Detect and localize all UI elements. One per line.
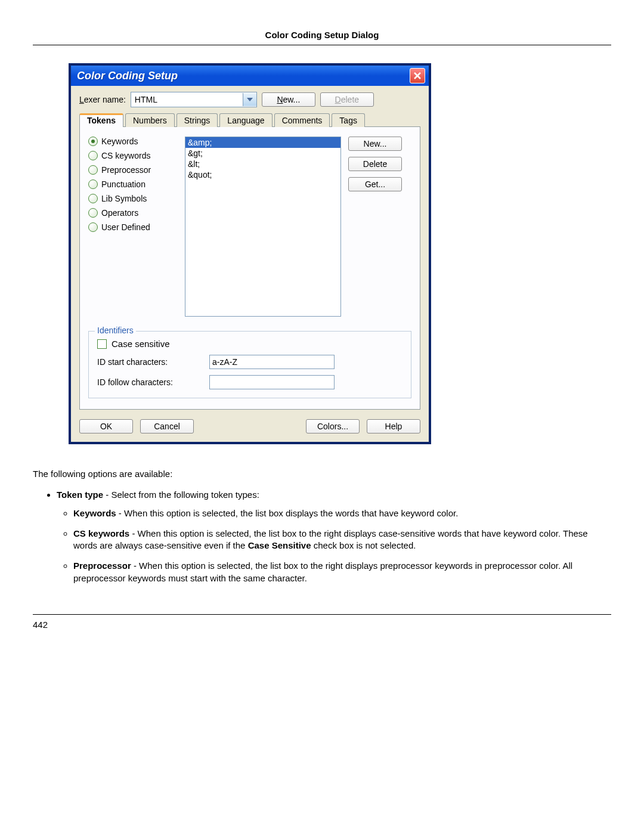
colors-button[interactable]: Colors... (306, 419, 360, 433)
cskw-bold: CS keywords (73, 528, 129, 538)
case-sensitive-row[interactable]: Case sensitive (97, 339, 402, 349)
token-type-text: - Select from the following token types: (103, 490, 259, 500)
cskw-bold-2: Case Sensitive (248, 540, 311, 550)
tab-panel-tokens: Keywords CS keywords Preprocessor P (79, 126, 420, 410)
lexer-combo-value: HTML (131, 95, 243, 104)
titlebar-text: Color Coding Setup (77, 70, 178, 82)
radio-icon (88, 137, 98, 146)
kw-bold: Keywords (73, 508, 116, 518)
tab-comments[interactable]: Comments (274, 113, 330, 127)
list-item[interactable]: &quot; (185, 169, 340, 180)
lexer-delete-button: Delete (320, 92, 374, 107)
cskw-text-2: check box is not selected. (311, 540, 416, 550)
id-follow-input[interactable] (209, 375, 335, 389)
kw-text: - When this option is selected, the list… (116, 508, 459, 518)
dialog-window: Color Coding Setup Lexer name: HTML New.… (69, 63, 431, 444)
page-number: 442 (33, 614, 611, 630)
radio-icon (88, 208, 98, 218)
bottom-buttons: OK Cancel Colors... Help (79, 419, 420, 433)
list-item[interactable]: &lt; (185, 159, 340, 169)
doc-cs-keywords: CS keywords - When this option is select… (73, 528, 611, 552)
close-button[interactable] (410, 68, 425, 83)
doc-keywords: Keywords - When this option is selected,… (73, 507, 611, 519)
tabs: Tokens Numbers Strings Language Comments… (79, 113, 420, 127)
doc-text: The following options are available: Tok… (33, 468, 611, 584)
tab-numbers[interactable]: Numbers (125, 113, 175, 127)
close-icon (413, 72, 422, 80)
token-listbox[interactable]: &amp; &gt; &lt; &quot; (185, 137, 341, 317)
id-start-label: ID start characters: (97, 357, 205, 367)
radio-keywords[interactable]: Keywords (88, 137, 178, 146)
radio-label: Keywords (101, 137, 138, 146)
token-type-bold: Token type (57, 490, 103, 500)
tab-tokens[interactable]: Tokens (79, 113, 123, 127)
radio-punctuation[interactable]: Punctuation (88, 179, 178, 189)
radio-label: CS keywords (101, 151, 150, 160)
radio-icon (88, 179, 98, 189)
doc-preprocessor: Preprocessor - When this option is selec… (73, 560, 611, 584)
list-item[interactable]: &amp; (185, 137, 340, 148)
id-follow-label: ID follow characters: (97, 377, 205, 387)
dialog-body: Lexer name: HTML New... Delete Tokens Nu… (71, 86, 429, 442)
page-heading: Color Coding Setup Dialog (33, 30, 611, 45)
tab-language[interactable]: Language (219, 113, 272, 127)
lexer-row: Lexer name: HTML New... Delete (79, 92, 420, 107)
identifiers-legend: Identifiers (95, 326, 136, 335)
tab-tags[interactable]: Tags (332, 113, 365, 127)
radio-label: Lib Symbols (101, 194, 147, 203)
token-delete-button[interactable]: Delete (348, 157, 402, 171)
pp-bold: Preprocessor (73, 561, 131, 571)
radio-label: User Defined (101, 222, 150, 232)
token-new-button[interactable]: New... (348, 137, 402, 151)
radio-label: Operators (101, 208, 138, 218)
radio-preprocessor[interactable]: Preprocessor (88, 165, 178, 175)
ok-button[interactable]: OK (79, 419, 133, 433)
identifiers-fieldset: Identifiers Case sensitive ID start char… (88, 331, 411, 398)
doc-intro: The following options are available: (33, 468, 611, 480)
radio-cs-keywords[interactable]: CS keywords (88, 151, 178, 160)
radio-icon (88, 151, 98, 160)
id-start-input[interactable]: a-zA-Z (209, 355, 335, 369)
case-sensitive-label: Case sensitive (112, 339, 170, 349)
radio-lib-symbols[interactable]: Lib Symbols (88, 194, 178, 203)
token-get-button[interactable]: Get... (348, 177, 402, 191)
chevron-down-icon (243, 93, 256, 106)
lexer-new-button[interactable]: New... (262, 92, 315, 107)
help-button[interactable]: Help (367, 419, 420, 433)
token-side-buttons: New... Delete Get... (348, 137, 402, 317)
id-start-value: a-zA-Z (212, 357, 237, 367)
lexer-combo[interactable]: HTML (131, 92, 257, 107)
list-item[interactable]: &gt; (185, 148, 340, 159)
tab-strings[interactable]: Strings (177, 113, 218, 127)
case-sensitive-checkbox[interactable] (97, 339, 107, 349)
radio-user-defined[interactable]: User Defined (88, 222, 178, 232)
pp-text: - When this option is selected, the list… (73, 561, 572, 583)
doc-token-type: Token type - Select from the following t… (57, 489, 611, 584)
radio-icon (88, 165, 98, 175)
cancel-button[interactable]: Cancel (140, 419, 194, 433)
titlebar: Color Coding Setup (71, 66, 429, 86)
radio-icon (88, 194, 98, 203)
radio-operators[interactable]: Operators (88, 208, 178, 218)
radio-icon (88, 222, 98, 232)
lexer-label: Lexer name: (79, 95, 126, 104)
token-type-radios: Keywords CS keywords Preprocessor P (88, 137, 178, 317)
radio-label: Preprocessor (101, 165, 151, 175)
radio-label: Punctuation (101, 179, 145, 189)
